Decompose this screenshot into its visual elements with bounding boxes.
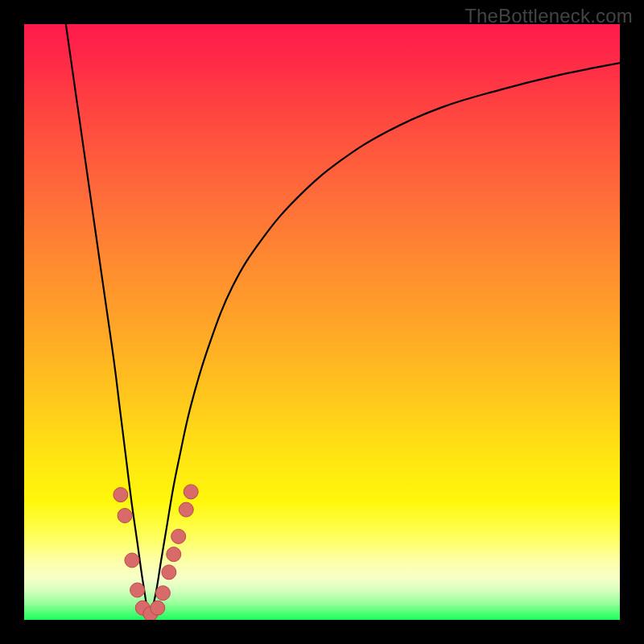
curve-marker [114, 488, 128, 502]
curve-marker [184, 485, 198, 499]
curve-marker [151, 601, 165, 615]
curve-markers-group [114, 485, 198, 620]
curve-marker [167, 547, 181, 562]
plot-area [24, 24, 620, 620]
curve-marker [118, 509, 132, 523]
curve-marker [162, 565, 176, 580]
curve-layer [24, 24, 620, 620]
curve-marker [179, 502, 193, 517]
curve-marker [155, 586, 170, 601]
curve-marker [171, 529, 186, 543]
curve-marker [125, 553, 139, 568]
curve-marker [130, 583, 145, 597]
bottleneck-curve [66, 24, 620, 614]
chart-container: TheBottleneck.com [0, 0, 644, 644]
